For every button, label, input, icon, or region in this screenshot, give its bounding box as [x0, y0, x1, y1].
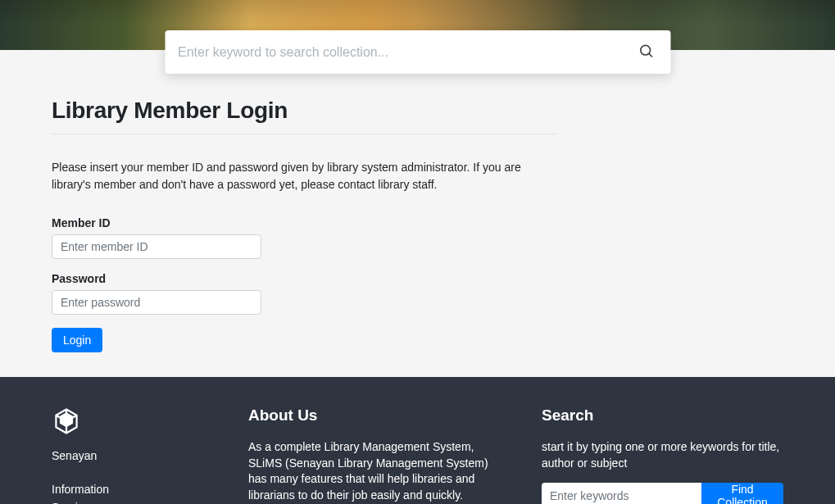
footer-about-before: As a complete Library Management System,… [248, 440, 488, 504]
footer-nav: Information Services Librarian Member Ar… [52, 482, 199, 504]
footer-search-column: Search start it by typing one or more ke… [542, 406, 783, 504]
footer-link-information[interactable]: Information [52, 482, 199, 498]
page-title: Library Member Login [52, 98, 783, 124]
footer: Senayan Information Services Librarian M… [0, 377, 835, 504]
login-instructions: Please insert your member ID and passwor… [52, 159, 557, 193]
header-search-button[interactable] [634, 39, 657, 65]
header-search-input[interactable] [178, 45, 634, 60]
svg-point-0 [640, 45, 650, 55]
footer-search-text: start it by typing one or more keywords … [542, 439, 783, 471]
header-search-bar [165, 30, 670, 74]
title-divider [52, 134, 557, 134]
password-group: Password [52, 272, 783, 315]
footer-brand-column: Senayan Information Services Librarian M… [52, 406, 199, 504]
member-id-group: Member ID [52, 216, 783, 259]
member-id-input[interactable] [52, 234, 261, 259]
footer-search-row: Find Collection [542, 483, 783, 504]
footer-brand-name: Senayan [52, 449, 199, 462]
footer-about-text: As a complete Library Management System,… [248, 439, 492, 504]
footer-link-services[interactable]: Services [52, 500, 199, 504]
footer-search-button[interactable]: Find Collection [701, 483, 783, 504]
login-button[interactable]: Login [52, 328, 102, 352]
password-input[interactable] [52, 290, 261, 315]
footer-logo [52, 406, 199, 439]
footer-search-heading: Search [542, 406, 783, 425]
svg-line-1 [648, 53, 651, 57]
footer-about-column: About Us As a complete Library Managemen… [248, 406, 492, 504]
search-icon [638, 43, 654, 59]
member-id-label: Member ID [52, 216, 783, 229]
header-search-wrap [165, 30, 670, 74]
footer-search-input[interactable] [542, 483, 701, 504]
password-label: Password [52, 272, 783, 285]
footer-about-heading: About Us [248, 406, 492, 425]
hero-banner [0, 0, 835, 50]
main-content: Library Member Login Please insert your … [0, 50, 835, 377]
slims-logo-icon [52, 406, 81, 436]
